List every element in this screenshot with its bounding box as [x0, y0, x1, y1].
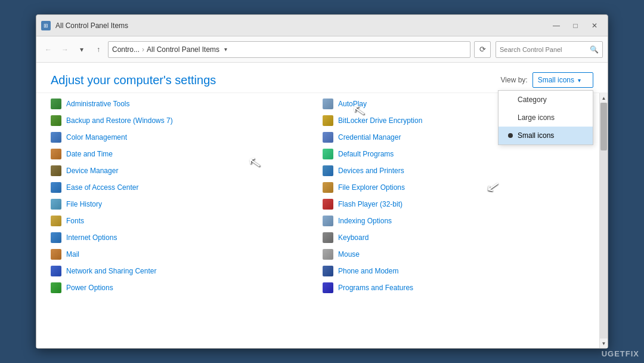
up-button[interactable]: ↑ — [91, 42, 106, 57]
breadcrumb-sep: › — [142, 45, 144, 54]
item-label: Device Manager — [66, 167, 118, 175]
item-icon — [323, 249, 333, 260]
item-label: Indexing Options — [338, 217, 392, 225]
grid-item-left[interactable]: Backup and Restore (Windows 7) — [46, 112, 318, 129]
address-field[interactable]: Contro... › All Control Panel Items ▾ — [108, 41, 470, 58]
grid-item-left[interactable]: Internet Options — [46, 229, 318, 246]
item-icon — [51, 115, 61, 126]
item-icon — [51, 232, 61, 243]
view-by-value: Small icons — [538, 76, 574, 84]
grid-item-left[interactable]: Fonts — [46, 213, 318, 229]
left-column: Administrative Tools Backup and Restore … — [46, 96, 318, 346]
item-icon — [51, 282, 61, 293]
item-label: Phone and Modem — [338, 267, 398, 275]
grid-item-right[interactable]: Keyboard — [318, 229, 590, 246]
search-input[interactable] — [500, 46, 590, 53]
grid-item-right[interactable]: Devices and Printers — [318, 162, 590, 179]
item-label: Power Options — [66, 284, 113, 292]
item-label: AutoPlay — [338, 100, 367, 108]
grid-item-left[interactable]: Ease of Access Center — [46, 179, 318, 196]
item-label: Devices and Printers — [338, 167, 404, 175]
minimize-button[interactable]: — — [548, 20, 565, 32]
address-dropdown-arrow[interactable]: ▾ — [219, 41, 231, 58]
grid-item-left[interactable]: Power Options — [46, 279, 318, 296]
dropdown-option-small[interactable]: Small icons — [499, 127, 593, 144]
grid-item-left[interactable]: Administrative Tools — [46, 96, 318, 112]
content-header: Adjust your computer's settings View by:… — [36, 63, 608, 93]
dropdown-option-category[interactable]: Category — [499, 91, 593, 109]
item-label: Programs and Features — [338, 284, 413, 292]
grid-item-left[interactable]: Device Manager — [46, 162, 318, 179]
grid-item-left[interactable]: Color Management — [46, 129, 318, 146]
grid-item-left[interactable]: Mail — [46, 246, 318, 263]
main-window: ⊞ All Control Panel Items — □ ✕ ← → ▾ ↑ … — [36, 14, 608, 349]
search-icon: 🔍 — [590, 45, 599, 54]
back-button[interactable]: ← — [41, 42, 55, 57]
grid-item-right[interactable]: Flash Player (32-bit) — [318, 196, 590, 213]
dropdown-option-large[interactable]: Large icons — [499, 109, 593, 127]
view-by-dropdown[interactable]: Small icons ▾ — [532, 72, 593, 88]
view-by-dropdown-popup: Category Large icons Small icons — [498, 90, 593, 145]
refresh-button[interactable]: ⟳ — [474, 41, 491, 58]
scroll-down-button[interactable]: ▼ — [600, 339, 608, 348]
scroll-thumb[interactable] — [600, 103, 607, 150]
grid-item-left[interactable]: Network and Sharing Center — [46, 263, 318, 279]
view-by-arrow: ▾ — [578, 77, 581, 84]
item-label: Fonts — [66, 217, 84, 225]
grid-item-right[interactable]: Programs and Features — [318, 279, 590, 296]
item-icon — [51, 165, 61, 176]
address-bar: ← → ▾ ↑ Contro... › All Control Panel It… — [36, 36, 608, 63]
search-box[interactable]: 🔍 — [496, 41, 603, 58]
item-label: Network and Sharing Center — [66, 267, 156, 275]
dropdown-nav-button[interactable]: ▾ — [75, 42, 89, 57]
close-button[interactable]: ✕ — [586, 20, 603, 32]
watermark: UGETFIX — [602, 349, 639, 358]
item-label: Ease of Access Center — [66, 183, 138, 192]
scroll-track[interactable] — [600, 103, 608, 339]
item-label: File Explorer Options — [338, 183, 405, 192]
item-icon — [323, 132, 333, 143]
item-icon — [323, 232, 333, 243]
maximize-button[interactable]: □ — [567, 20, 584, 32]
title-bar: ⊞ All Control Panel Items — □ ✕ — [36, 15, 608, 36]
item-icon — [51, 249, 61, 260]
item-icon — [51, 199, 61, 210]
option-large-label: Large icons — [518, 113, 555, 122]
grid-item-right[interactable]: Indexing Options — [318, 213, 590, 229]
grid-item-right[interactable]: Mouse — [318, 246, 590, 263]
item-icon — [323, 165, 333, 176]
grid-item-left[interactable]: Date and Time — [46, 146, 318, 162]
item-label: Flash Player (32-bit) — [338, 200, 402, 208]
item-label: Internet Options — [66, 233, 117, 242]
item-label: Administrative Tools — [66, 100, 130, 108]
item-icon — [323, 216, 333, 226]
item-icon — [323, 182, 333, 193]
content-area: Adjust your computer's settings View by:… — [36, 63, 608, 348]
option-category-label: Category — [518, 96, 547, 104]
item-icon — [51, 149, 61, 159]
scrollbar[interactable]: ▲ ▼ — [599, 93, 608, 348]
view-by-label: View by: — [501, 76, 528, 84]
scroll-up-button[interactable]: ▲ — [600, 93, 608, 103]
item-label: BitLocker Drive Encryption — [338, 116, 422, 125]
option-small-label: Small icons — [518, 131, 554, 140]
grid-item-right[interactable]: Phone and Modem — [318, 263, 590, 279]
item-icon — [323, 149, 333, 159]
item-label: Credential Manager — [338, 133, 401, 141]
item-label: Mouse — [338, 250, 360, 259]
item-icon — [51, 99, 61, 109]
item-icon — [323, 199, 333, 210]
grid-item-right[interactable]: File Explorer Options — [318, 179, 590, 196]
title-buttons: — □ ✕ — [548, 20, 603, 32]
grid-item-left[interactable]: File History — [46, 196, 318, 213]
breadcrumb-2: All Control Panel Items — [147, 45, 219, 54]
item-icon — [51, 132, 61, 143]
selected-dot — [508, 133, 513, 138]
grid-item-right[interactable]: Default Programs — [318, 146, 590, 162]
item-label: Color Management — [66, 133, 127, 141]
item-icon — [51, 182, 61, 193]
item-icon — [323, 99, 333, 109]
item-label: Default Programs — [338, 150, 394, 158]
forward-button[interactable]: → — [58, 42, 72, 57]
item-icon — [323, 115, 333, 126]
